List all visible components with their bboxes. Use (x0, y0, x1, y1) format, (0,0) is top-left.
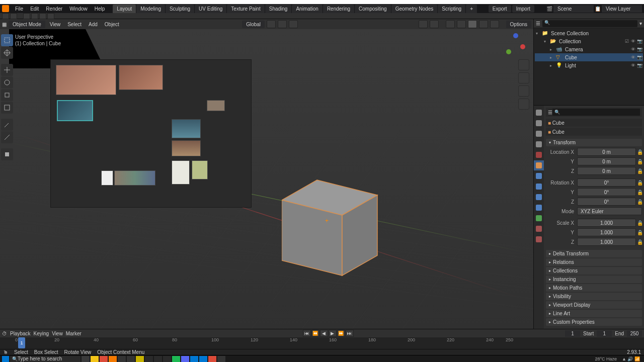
taskbar-app-icon[interactable] (172, 356, 180, 362)
tab-constraints[interactable] (534, 203, 544, 213)
render-toggle-icon[interactable]: 📷 (637, 39, 642, 44)
ref-image-10[interactable] (114, 170, 155, 186)
outliner-search[interactable]: 🔍 (542, 20, 637, 27)
tab-output[interactable] (534, 118, 544, 128)
editor-type-icon[interactable]: ☰ (548, 110, 552, 115)
snap-icon[interactable] (278, 20, 287, 28)
taskbar-app-icon[interactable] (217, 356, 225, 362)
rotation-x-input[interactable]: 0° (577, 178, 636, 187)
taskbar-app-icon[interactable] (100, 356, 108, 362)
workspace-texture[interactable]: Texture Paint (227, 5, 264, 13)
timeline-keying-menu[interactable]: Keying (34, 331, 49, 336)
tool-cursor[interactable] (1, 47, 13, 59)
rotation-mode-select[interactable]: XYZ Euler (577, 207, 642, 215)
section-motion-paths[interactable]: ▸Motion Paths (546, 284, 642, 292)
rotation-z-input[interactable]: 0° (577, 198, 636, 206)
section-visibility[interactable]: ▸Visibility (546, 293, 642, 300)
start-button[interactable] (2, 356, 9, 362)
taskbar-app-icon[interactable] (145, 356, 153, 362)
location-y-input[interactable]: 0 m (577, 157, 636, 165)
shading-wire-icon[interactable] (457, 20, 466, 28)
tab-world[interactable] (534, 150, 544, 160)
taskbar-app-icon[interactable] (163, 356, 171, 362)
tab-object[interactable] (534, 160, 544, 170)
taskbar-app-icon[interactable] (154, 356, 162, 362)
timeline-marker-menu[interactable]: Marker (66, 331, 82, 336)
taskbar-app-icon[interactable] (181, 356, 189, 362)
tool-select-box[interactable] (1, 34, 13, 46)
snap-icon-3[interactable] (39, 13, 46, 19)
options-dropdown[interactable]: Options (506, 21, 531, 28)
tree-light[interactable]: ▸💡 Light 👁📷 (535, 61, 643, 69)
tree-cube[interactable]: ▸▽ Cube 👁📷 (535, 53, 643, 61)
play-button[interactable]: ▶ (329, 330, 337, 337)
workspace-uv[interactable]: UV Editing (195, 5, 226, 13)
xray-icon[interactable] (446, 20, 455, 28)
scale-y-input[interactable]: 1.000 (577, 228, 636, 236)
tool-annotate[interactable] (1, 119, 13, 131)
ref-image-3-selected[interactable] (57, 100, 93, 121)
tab-render[interactable] (534, 108, 544, 118)
viewport-3d[interactable]: ▦ Object Mode View Select Add Object Glo… (0, 19, 533, 329)
taskbar-app-icon[interactable] (82, 356, 90, 362)
jump-start-button[interactable]: ⏮ (303, 330, 311, 337)
section-instancing[interactable]: ▸Instancing (546, 276, 642, 283)
gizmo-y-icon[interactable] (506, 49, 511, 54)
pivot-icon[interactable] (267, 20, 276, 28)
timeline-type-icon[interactable]: ⏱ (2, 331, 7, 336)
tool-scale[interactable] (1, 89, 13, 101)
properties-search-input[interactable] (552, 109, 640, 116)
section-delta-transform[interactable]: ▸Delta Transform (546, 250, 642, 257)
taskbar-app-icon[interactable] (118, 356, 126, 362)
keyframe-prev-button[interactable]: ⏪ (311, 330, 319, 337)
taskbar-app-icon[interactable] (127, 356, 135, 362)
workspace-shading[interactable]: Shading (265, 5, 292, 13)
ref-image-4[interactable] (207, 100, 225, 111)
tab-particles[interactable] (534, 182, 544, 192)
viewlayer-input[interactable]: View Layer (602, 5, 642, 13)
perspective-toggle-icon[interactable] (518, 99, 529, 110)
taskbar-app-icon[interactable] (199, 356, 207, 362)
tool-add-cube[interactable] (1, 148, 13, 160)
zoom-icon[interactable] (518, 59, 529, 70)
section-line-art[interactable]: ▸Line Art (546, 310, 642, 317)
location-z-input[interactable]: 0 m (577, 167, 636, 175)
ref-image-5[interactable] (172, 119, 201, 138)
ref-image-9[interactable] (101, 170, 113, 186)
tool-transform[interactable] (1, 102, 13, 114)
location-x-input[interactable]: 0 m (577, 148, 636, 156)
tab-physics[interactable] (534, 192, 544, 202)
section-transform[interactable]: ▾Transform (546, 139, 642, 146)
workspace-compositing[interactable]: Compositing (355, 5, 391, 13)
menu-window[interactable]: Window (66, 5, 91, 13)
vp-menu-select[interactable]: Select (65, 21, 84, 28)
vp-menu-object[interactable]: Object (102, 21, 122, 28)
section-collections[interactable]: ▸Collections (546, 267, 642, 275)
scale-z-input[interactable]: 1.000 (577, 238, 636, 246)
tool-measure[interactable] (1, 131, 13, 143)
exclude-toggle-icon[interactable]: ☑ (625, 39, 630, 44)
workspace-sculpting[interactable]: Sculpting (166, 5, 194, 13)
ref-image-6[interactable] (172, 140, 201, 156)
taskbar-search[interactable]: 🔍 Type here to search (10, 356, 80, 362)
tab-scene[interactable] (534, 139, 544, 149)
play-reverse-button[interactable]: ◀ (320, 330, 328, 337)
shading-rendered-icon[interactable] (490, 20, 499, 28)
keyframe-next-button[interactable]: ⏩ (337, 330, 345, 337)
vp-menu-add[interactable]: Add (86, 21, 100, 28)
section-viewport-display[interactable]: ▸Viewport Display (546, 301, 642, 309)
gizmo-toggle-icon[interactable] (419, 20, 428, 28)
data-name-field[interactable]: ■ Cube (546, 128, 642, 136)
tab-texture[interactable] (534, 234, 544, 244)
outliner-filter-icon[interactable]: ▾ (639, 21, 642, 26)
shading-solid-icon[interactable] (468, 20, 477, 28)
snap-icon-2[interactable] (31, 13, 38, 19)
taskbar-app-icon[interactable] (190, 356, 198, 362)
workspace-layout[interactable]: Layout (113, 5, 136, 13)
camera-view-icon[interactable] (518, 85, 529, 97)
proportional-icon[interactable] (289, 20, 298, 28)
weather-widget[interactable]: 28°C Haze (593, 356, 619, 361)
ref-image-7[interactable] (172, 160, 190, 185)
snap-icon[interactable] (23, 13, 30, 19)
menu-render[interactable]: Render (43, 5, 65, 13)
